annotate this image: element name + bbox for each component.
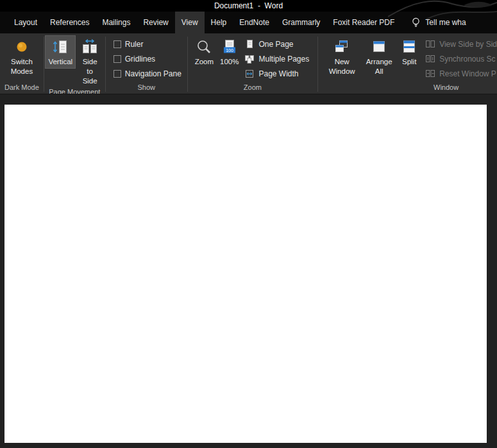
zoom-label: Zoom: [195, 57, 214, 67]
document-page[interactable]: [4, 105, 487, 443]
one-page-label: One Page: [259, 40, 294, 49]
group-label-window: Window: [318, 83, 497, 94]
side-to-side-button[interactable]: Side to Side: [76, 35, 104, 88]
document-area: [0, 94, 497, 448]
ribbon-group-zoom: Zoom 100 100%: [188, 33, 317, 94]
view-side-by-side-label: View Side by Sid: [439, 40, 497, 49]
multiple-pages-icon: [244, 54, 255, 64]
group-label-show: Show: [106, 83, 187, 94]
tell-me-button[interactable]: Tell me wha: [401, 12, 467, 33]
tab-mailings[interactable]: Mailings: [96, 12, 137, 33]
gridlines-checkbox-row[interactable]: Gridlines: [114, 51, 181, 66]
ribbon-group-window: New Window Arrange All: [318, 33, 497, 94]
tab-grammarly[interactable]: Grammarly: [276, 12, 326, 33]
tab-endnote[interactable]: EndNote: [233, 12, 276, 33]
ribbon: Switch Modes Dark Mode: [0, 33, 497, 94]
arrange-all-button[interactable]: Arrange All: [360, 35, 398, 78]
tab-view[interactable]: View: [175, 12, 205, 33]
arrange-all-label: Arrange All: [364, 57, 394, 76]
split-icon: [401, 38, 417, 56]
reset-window-position-label: Reset Window P: [439, 69, 496, 78]
ribbon-group-show: Ruler Gridlines Navigation Pane Show: [106, 33, 187, 94]
split-button[interactable]: Split: [398, 35, 421, 69]
synchronous-scrolling-label: Synchronous Sc: [439, 55, 495, 64]
vertical-icon: [53, 38, 68, 56]
one-page-icon: [244, 39, 255, 49]
navigation-pane-label: Navigation Pane: [125, 69, 181, 78]
ribbon-group-page-movement: Vertical: [44, 33, 105, 94]
vertical-label: Vertical: [48, 57, 72, 67]
switch-modes-button[interactable]: Switch Modes: [5, 35, 38, 78]
window-title: Document1 - Word: [214, 1, 283, 10]
page-width-icon: [244, 69, 255, 79]
group-label-zoom: Zoom: [188, 83, 317, 94]
group-label-page-movement: Page Movement: [44, 88, 105, 94]
side-to-side-label: Side to Side: [79, 57, 101, 86]
side-to-side-icon: [81, 38, 98, 56]
tab-help[interactable]: Help: [205, 12, 233, 33]
new-window-label: New Window: [326, 57, 357, 76]
tab-references[interactable]: References: [44, 12, 96, 33]
reset-window-position-button[interactable]: Reset Window P: [425, 66, 497, 81]
lightbulb-icon: [411, 17, 421, 28]
zoom-100-label: 100%: [220, 57, 239, 67]
vertical-button[interactable]: Vertical: [45, 35, 76, 69]
new-window-icon: [333, 38, 350, 56]
switch-modes-icon: [15, 38, 28, 56]
ruler-label: Ruler: [125, 40, 144, 49]
tab-layout[interactable]: Layout: [8, 12, 44, 33]
svg-text:100: 100: [226, 48, 233, 53]
reset-window-position-icon: [425, 69, 435, 79]
ribbon-group-dark-mode: Switch Modes Dark Mode: [0, 33, 44, 94]
word-window: Document1 - Word Layout References Maili…: [0, 0, 497, 448]
multiple-pages-button[interactable]: Multiple Pages: [244, 51, 310, 66]
ribbon-tab-bar: Layout References Mailings Review View H…: [0, 12, 497, 33]
multiple-pages-label: Multiple Pages: [259, 55, 310, 64]
tab-review[interactable]: Review: [137, 12, 174, 33]
view-side-by-side-icon: [425, 39, 435, 49]
tell-me-label: Tell me wha: [425, 18, 466, 27]
view-side-by-side-button[interactable]: View Side by Sid: [425, 37, 497, 51]
synchronous-scrolling-icon: [425, 54, 435, 64]
new-window-button[interactable]: New Window: [323, 35, 360, 78]
synchronous-scrolling-button[interactable]: Synchronous Sc: [425, 51, 497, 66]
gridlines-label: Gridlines: [125, 55, 155, 64]
arrange-all-icon: [371, 38, 387, 56]
navigation-pane-checkbox-row[interactable]: Navigation Pane: [114, 66, 181, 81]
zoom-button[interactable]: Zoom: [192, 35, 217, 69]
zoom-100-button[interactable]: 100 100%: [217, 35, 242, 69]
page-width-label: Page Width: [259, 69, 299, 78]
tab-foxit-reader-pdf[interactable]: Foxit Reader PDF: [326, 12, 401, 33]
page-width-button[interactable]: Page Width: [244, 66, 310, 81]
zoom-100-icon: 100: [221, 38, 238, 56]
switch-modes-label: Switch Modes: [8, 57, 35, 76]
ruler-checkbox[interactable]: [114, 40, 121, 48]
one-page-button[interactable]: One Page: [244, 37, 310, 51]
navigation-pane-checkbox[interactable]: [114, 70, 121, 78]
title-bar: Document1 - Word: [0, 0, 497, 12]
group-label-dark-mode: Dark Mode: [0, 83, 44, 94]
split-label: Split: [402, 57, 416, 67]
gridlines-checkbox[interactable]: [114, 55, 121, 63]
ruler-checkbox-row[interactable]: Ruler: [114, 37, 181, 51]
zoom-magnifier-icon: [196, 38, 212, 56]
